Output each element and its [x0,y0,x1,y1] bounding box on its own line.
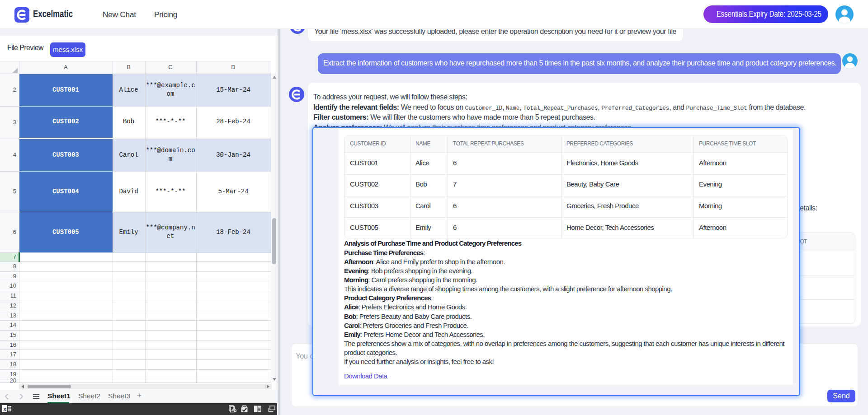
svg-text:x: x [3,406,6,412]
